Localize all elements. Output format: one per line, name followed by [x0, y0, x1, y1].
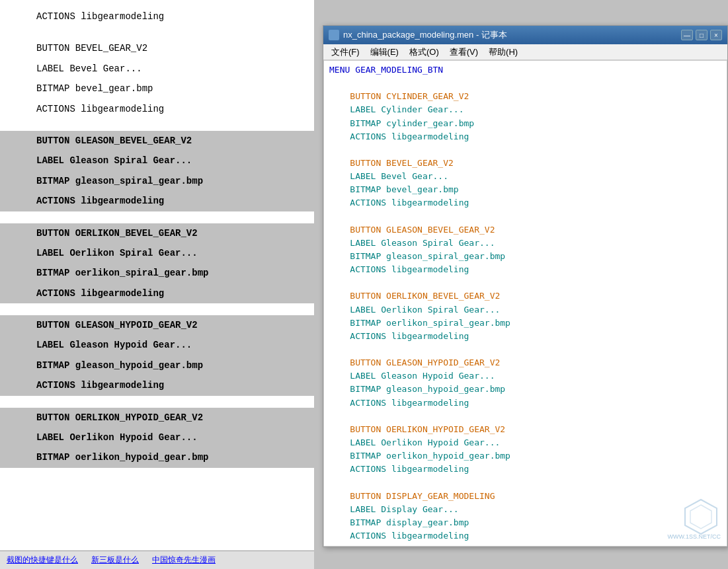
- watermark: WWW.1SS.NET/CC: [681, 497, 721, 540]
- notepad-menubar: 文件(F) 编辑(E) 格式(O) 查看(V) 帮助(H): [323, 44, 727, 60]
- menu-help[interactable]: 帮助(H): [483, 45, 523, 59]
- bottom-bar: 截图的快捷键是什么 新三板是什么 中国惊奇先生漫画: [0, 550, 314, 569]
- code-block-bevel-gear-bitmap: BITMAP bevel_gear.bmp: [0, 79, 314, 98]
- separator-2: [0, 119, 314, 131]
- window-controls: — □ ×: [681, 30, 722, 40]
- code-block-oerlikon-bevel-actions: ACTIONS libgearmodeling: [0, 284, 314, 303]
- code-block-gleason-bevel-actions: ACTIONS libgearmodeling: [0, 191, 314, 211]
- close-button[interactable]: ×: [710, 30, 722, 40]
- code-block-gleason-bevel-bitmap: BITMAP gleason_spiral_gear.bmp: [0, 171, 314, 191]
- code-block-gleason-hypoid-actions: ACTIONS libgearmodeling: [0, 375, 314, 395]
- code-block-bevel-gear: BUTTON BEVEL_GEAR_V2: [0, 38, 314, 58]
- separator-5: [0, 396, 314, 408]
- code-block-oerlikon-bevel-label: LABEL Oerlikon Spiral Gear...: [0, 243, 314, 263]
- watermark-url: WWW.1SS.NET/CC: [668, 533, 721, 540]
- menu-format[interactable]: 格式(O): [404, 45, 444, 59]
- notepad-content[interactable]: MENU GEAR_MODELING_BTN BUTTON CYLINDER_G…: [323, 60, 727, 547]
- code-block-oerlikon-hypoid-bitmap: BITMAP oerlikon_hypoid_gear.bmp: [0, 447, 314, 467]
- code-block-gleason-bevel: BUTTON GLEASON_BEVEL_GEAR_V2: [0, 131, 314, 151]
- left-panel: ACTIONS libgearmodeling BUTTON BEVEL_GEA…: [0, 0, 314, 569]
- code-block-oerlikon-hypoid: BUTTON OERLIKON_HYPOID_GEAR_V2: [0, 408, 314, 428]
- separator-1: [0, 26, 314, 38]
- link-screenshot-shortcut[interactable]: 截图的快捷键是什么: [7, 554, 78, 566]
- notepad-icon: [329, 30, 339, 40]
- code-block-oerlikon-hypoid-label: LABEL Oerlikon Hypoid Gear...: [0, 428, 314, 447]
- notepad-titlebar: nx_china_package_modeling.men - 记事本 — □ …: [323, 26, 727, 44]
- code-block-gleason-hypoid: BUTTON GLEASON_HYPOID_GEAR_V2: [0, 315, 314, 335]
- menu-edit[interactable]: 编辑(E): [365, 45, 404, 59]
- notepad-window: nx_china_package_modeling.men - 记事本 — □ …: [323, 25, 728, 547]
- code-block-gleason-hypoid-bitmap: BITMAP gleason_hypoid_gear.bmp: [0, 356, 314, 375]
- code-block-oerlikon-bevel-bitmap: BITMAP oerlikon_spiral_gear.bmp: [0, 263, 314, 283]
- code-block-gleason-bevel-label: LABEL Gleason Spiral Gear...: [0, 151, 314, 171]
- menu-file[interactable]: 文件(F): [326, 45, 365, 59]
- watermark-hex-icon: [681, 497, 721, 537]
- maximize-button[interactable]: □: [696, 30, 708, 40]
- link-comic[interactable]: 中国惊奇先生漫画: [152, 554, 216, 566]
- code-block-oerlikon-bevel: BUTTON OERLIKON_BEVEL_GEAR_V2: [0, 223, 314, 243]
- separator-4: [0, 303, 314, 315]
- notepad-title: nx_china_package_modeling.men - 记事本: [343, 29, 681, 41]
- code-block-actions-top: ACTIONS libgearmodeling: [0, 7, 314, 26]
- code-block-bevel-gear-actions: ACTIONS libgearmodeling: [0, 99, 314, 119]
- menu-view[interactable]: 查看(V): [444, 45, 483, 59]
- separator-3: [0, 211, 314, 223]
- code-block-bevel-gear-label: LABEL Bevel Gear...: [0, 59, 314, 79]
- link-new-sanban[interactable]: 新三板是什么: [91, 554, 139, 566]
- code-block-gleason-hypoid-label: LABEL Gleason Hypoid Gear...: [0, 335, 314, 355]
- svg-marker-1: [690, 505, 711, 529]
- minimize-button[interactable]: —: [681, 30, 693, 40]
